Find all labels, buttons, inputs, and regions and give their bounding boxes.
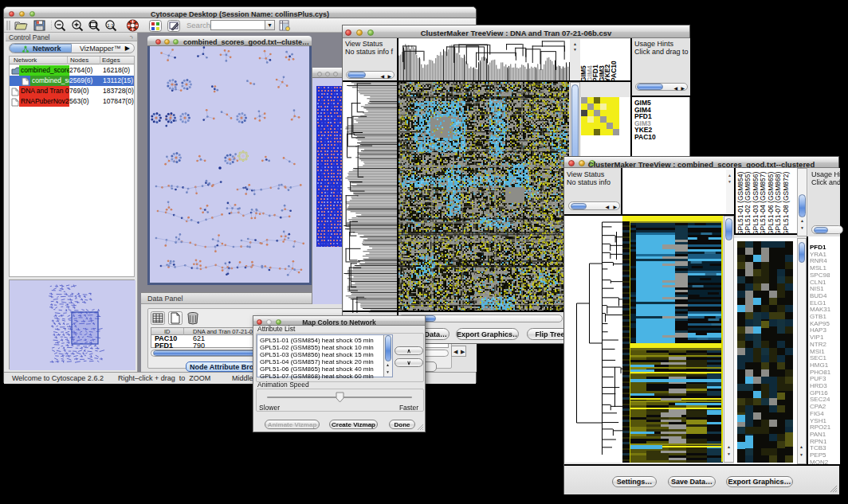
svg-text:1:1: 1:1 xyxy=(107,23,114,28)
